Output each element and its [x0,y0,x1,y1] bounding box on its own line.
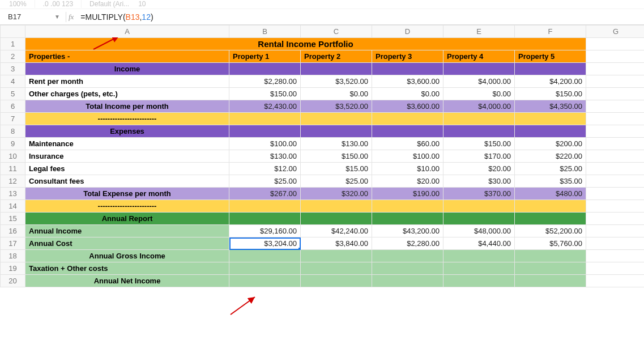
cell[interactable]: $170.00 [443,150,515,163]
cell[interactable] [586,113,645,125]
col-header[interactable]: B [229,26,301,38]
cell[interactable] [372,250,443,262]
cell[interactable] [229,262,301,275]
cell[interactable]: $25.00 [515,163,586,175]
cell[interactable]: $15.00 [301,163,372,175]
cell[interactable] [515,125,586,138]
cell[interactable] [229,275,301,287]
row-header[interactable]: 5 [1,88,25,100]
cell[interactable] [229,200,301,213]
cell[interactable] [229,213,301,225]
row-label[interactable]: Insurance [25,150,229,163]
cell[interactable] [515,200,586,213]
cell[interactable]: $5,760.00 [515,237,586,250]
cell[interactable] [515,250,586,262]
cell[interactable]: $4,000.00 [443,100,515,113]
cell[interactable] [443,213,515,225]
table-row[interactable]: 4 Rent per month $2,280.00 $3,520.00 $3,… [1,75,645,88]
cell[interactable] [586,225,645,237]
section-header-income[interactable]: Income [25,63,229,75]
cell[interactable]: $52,200.00 [515,225,586,237]
cell[interactable]: $150.00 [443,138,515,150]
cell[interactable] [586,63,645,75]
cell[interactable] [586,250,645,262]
cell[interactable] [515,275,586,287]
cell[interactable]: $150.00 [515,88,586,100]
section-header-annual[interactable]: Annual Report [25,213,229,225]
cell[interactable] [372,125,443,138]
cell[interactable] [372,213,443,225]
cell[interactable]: $42,240.00 [301,225,372,237]
row-header[interactable]: 9 [1,138,25,150]
cell[interactable] [443,250,515,262]
cell[interactable] [372,63,443,75]
prop-header[interactable]: Property 2 [301,50,372,63]
row-header[interactable]: 18 [1,250,25,262]
row-header[interactable]: 6 [1,100,25,113]
row-header[interactable]: 7 [1,113,25,125]
cell[interactable]: $25.00 [229,175,301,188]
table-row[interactable]: 8 Expenses [1,125,645,138]
cell[interactable]: $20.00 [372,175,443,188]
cell[interactable]: $60.00 [372,138,443,150]
row-header[interactable]: 17 [1,237,25,250]
cell[interactable]: $3,520.00 [301,75,372,88]
row-header[interactable]: 14 [1,200,25,213]
select-all-corner[interactable] [1,26,25,38]
column-headers[interactable]: A B C D E F G [1,26,645,38]
row-label[interactable]: Annual Cost [25,237,229,250]
cell[interactable]: $130.00 [229,150,301,163]
cell[interactable] [515,262,586,275]
row-label[interactable]: Consultant fees [25,175,229,188]
table-row[interactable]: 13 Total Expense per month $267.00$320.0… [1,188,645,200]
cell[interactable] [229,250,301,262]
row-header[interactable]: 16 [1,225,25,237]
toolbar-font[interactable]: Default (Ari... [89,0,129,8]
cell[interactable]: $200.00 [515,138,586,150]
table-row[interactable]: 2 Properties - Property 1 Property 2 Pro… [1,50,645,63]
table-row[interactable]: 7 ------------------------ [1,113,645,125]
cell[interactable] [301,63,372,75]
cell[interactable]: $30.00 [443,175,515,188]
cell[interactable] [586,163,645,175]
row-label[interactable]: Annual Net Income [25,275,229,287]
cell[interactable]: $267.00 [229,188,301,200]
cell[interactable] [443,275,515,287]
cell[interactable]: $2,280.00 [372,237,443,250]
name-box-dropdown-icon[interactable]: ▼ [54,14,60,20]
cell[interactable]: $150.00 [301,150,372,163]
cell[interactable]: $4,440.00 [443,237,515,250]
cell[interactable] [586,50,645,63]
cell[interactable] [586,213,645,225]
cell[interactable] [586,150,645,163]
cell[interactable]: $25.00 [301,175,372,188]
row-label[interactable]: Rent per month [25,75,229,88]
name-box[interactable] [3,11,54,22]
table-row[interactable]: 5 Other charges (pets, etc.) $150.00 $0.… [1,88,645,100]
row-label[interactable]: Annual Gross Income [25,250,229,262]
toolbar-fontsize[interactable]: 10 [138,0,146,8]
cell[interactable]: $220.00 [515,150,586,163]
cell[interactable] [586,188,645,200]
cell[interactable]: $320.00 [301,188,372,200]
cell[interactable]: $190.00 [372,188,443,200]
separator[interactable]: ------------------------ [25,200,229,213]
cell[interactable] [229,63,301,75]
table-row[interactable]: 6 Total Income per month $2,430.00 $3,52… [1,100,645,113]
cell[interactable] [515,63,586,75]
cell[interactable] [586,75,645,88]
cell[interactable] [443,125,515,138]
table-row[interactable]: 19 Taxation + Other costs [1,262,645,275]
col-header[interactable]: A [25,26,229,38]
cell[interactable]: $35.00 [515,175,586,188]
table-row[interactable]: 14 ------------------------ [1,200,645,213]
row-header[interactable]: 20 [1,275,25,287]
row-header[interactable]: 19 [1,262,25,275]
cell[interactable] [586,200,645,213]
cell[interactable]: $4,000.00 [443,75,515,88]
row-label[interactable]: Legal fees [25,163,229,175]
col-header[interactable]: D [372,26,443,38]
cell[interactable]: $0.00 [443,88,515,100]
table-row[interactable]: 17 Annual Cost $3,204.00 $3,840.00$2,280… [1,237,645,250]
row-label[interactable]: Annual Income [25,225,229,237]
